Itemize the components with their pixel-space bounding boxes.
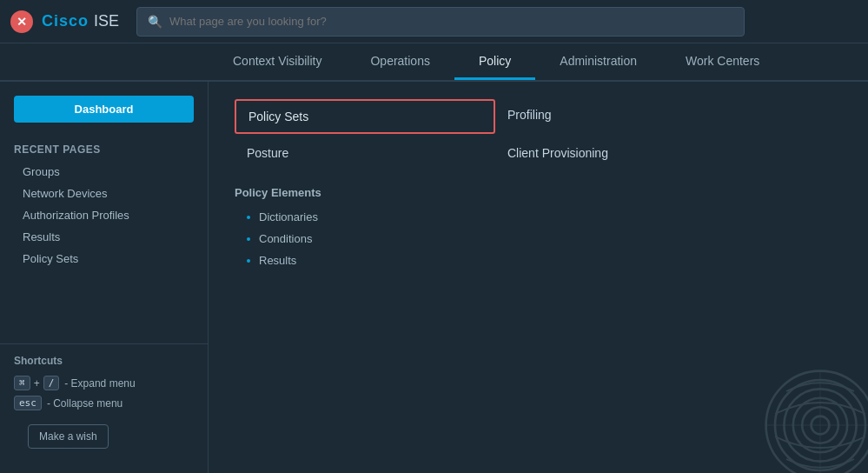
policy-elements-label: Policy Elements [235,186,756,199]
recent-pages-title: Recent Pages [0,137,208,161]
shortcuts-title: Shortcuts [14,355,194,367]
brand-logo: Cisco [42,12,89,30]
tab-context-visibility[interactable]: Context Visibility [209,43,346,80]
tab-administration[interactable]: Administration [535,43,661,80]
close-icon: ✕ [17,16,27,28]
nav-tabs: Context Visibility Operations Policy Adm… [0,43,868,82]
shortcut-cmd-key: ⌘ [14,376,30,390]
fingerprint-watermark [764,369,868,473]
tab-policy[interactable]: Policy [454,43,535,80]
menu-profiling[interactable]: Profiling [495,99,756,134]
search-bar[interactable]: 🔍 [136,7,745,37]
shortcut-esc-key: esc [14,396,42,410]
shortcut-slash-key: / [43,376,60,390]
tab-work-centers[interactable]: Work Centers [661,43,784,80]
shortcut-collapse-desc: - Collapse menu [47,397,123,410]
sidebar-item-groups[interactable]: Groups [0,161,208,183]
menu-posture[interactable]: Posture [235,137,495,169]
sidebar: Dashboard Recent Pages Groups Network De… [0,82,209,473]
menu-grid: Policy Sets Profiling Posture Client Pro… [235,99,756,169]
sidebar-item-authorization-profiles[interactable]: Authorization Profiles [0,204,208,226]
close-button[interactable]: ✕ [10,10,33,33]
menu-dictionaries[interactable]: Dictionaries [235,206,756,228]
search-icon: 🔍 [148,15,162,29]
shortcut-plus: + [34,377,40,390]
sidebar-item-network-devices[interactable]: Network Devices [0,183,208,204]
shortcut-expand-row: ⌘ + / - Expand menu [14,376,194,390]
make-wish-button[interactable]: Make a wish [28,424,109,449]
menu-client-provisioning[interactable]: Client Provisioning [495,137,756,169]
app-header: ✕ Cisco ISE 🔍 [0,0,868,43]
brand-product: ISE [94,12,119,30]
policy-elements-section: Policy Elements Dictionaries Conditions … [235,186,756,271]
shortcut-expand-desc: - Expand menu [64,377,135,390]
menu-policy-sets[interactable]: Policy Sets [235,99,495,134]
tab-operations[interactable]: Operations [346,43,454,80]
content-area: Policy Sets Profiling Posture Client Pro… [209,82,868,473]
main-area: Dashboard Recent Pages Groups Network De… [0,82,868,473]
shortcut-collapse-row: esc - Collapse menu [14,396,194,410]
sidebar-item-results[interactable]: Results [0,226,208,248]
sidebar-item-policy-sets[interactable]: Policy Sets [0,248,208,270]
search-input[interactable] [169,15,733,28]
dashboard-button[interactable]: Dashboard [14,96,194,123]
shortcuts-section: Shortcuts ⌘ + / - Expand menu esc - Coll… [0,343,208,459]
menu-conditions[interactable]: Conditions [235,228,756,250]
policy-elements-items: Dictionaries Conditions Results [235,206,756,271]
menu-results[interactable]: Results [235,250,756,271]
brand-area: Cisco ISE [42,12,119,30]
